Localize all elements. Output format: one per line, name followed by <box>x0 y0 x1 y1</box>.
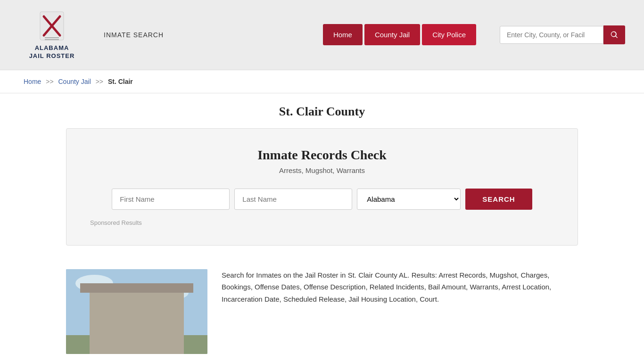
courthouse-image <box>66 269 207 354</box>
records-check-subtitle: Arrests, Mugshot, Warrants <box>85 166 559 174</box>
breadcrumb: Home >> County Jail >> St. Clair <box>24 78 620 85</box>
svg-rect-14 <box>143 304 149 340</box>
svg-rect-23 <box>160 312 169 317</box>
svg-rect-21 <box>113 312 122 317</box>
svg-rect-13 <box>130 304 136 340</box>
svg-point-6 <box>75 275 113 292</box>
site-header: ALABAMA JAIL ROSTER INMATE SEARCH Home C… <box>0 0 644 70</box>
description-text: Search for Inmates on the Jail Roster in… <box>222 269 578 354</box>
search-icon <box>610 31 619 39</box>
breadcrumb-home-link[interactable]: Home <box>24 78 41 85</box>
state-select[interactable]: Alabama <box>357 189 461 210</box>
svg-rect-12 <box>117 304 123 340</box>
sponsored-results-label: Sponsored Results <box>85 219 559 226</box>
svg-point-17 <box>132 289 141 298</box>
svg-rect-16 <box>127 321 146 340</box>
header-search-bar <box>500 25 625 44</box>
svg-rect-15 <box>157 304 162 340</box>
inmate-search-link[interactable]: INMATE SEARCH <box>104 31 164 39</box>
nav-county-jail-button[interactable]: County Jail <box>364 24 420 45</box>
main-nav: Home County Jail City Police <box>323 24 476 45</box>
breadcrumb-separator-1: >> <box>46 78 53 85</box>
svg-rect-8 <box>66 335 207 354</box>
svg-rect-11 <box>104 304 109 340</box>
breadcrumb-current: St. Clair <box>108 78 133 85</box>
nav-home-button[interactable]: Home <box>323 24 363 45</box>
nav-city-police-button[interactable]: City Police <box>422 24 476 45</box>
breadcrumb-area: Home >> County Jail >> St. Clair <box>0 70 644 93</box>
records-form: Alabama SEARCH <box>85 189 559 210</box>
svg-rect-9 <box>94 302 179 340</box>
page-title: St. Clair County <box>9 105 635 119</box>
first-name-input[interactable] <box>112 189 230 210</box>
records-check-title: Inmate Records Check <box>85 148 559 163</box>
header-search-input[interactable] <box>500 26 603 44</box>
logo-text: ALABAMA JAIL ROSTER <box>29 44 75 60</box>
logo-icon <box>35 9 68 42</box>
logo-area: ALABAMA JAIL ROSTER <box>19 9 85 60</box>
header-search-button[interactable] <box>603 25 625 44</box>
svg-marker-10 <box>90 283 184 302</box>
page-title-area: St. Clair County <box>0 93 644 128</box>
last-name-input[interactable] <box>234 189 352 210</box>
svg-point-7 <box>160 286 189 299</box>
search-records-button[interactable]: SEARCH <box>465 189 532 210</box>
breadcrumb-separator-2: >> <box>96 78 103 85</box>
main-content: Inmate Records Check Arrests, Mugshot, W… <box>0 128 644 362</box>
breadcrumb-county-jail-link[interactable]: County Jail <box>58 78 91 85</box>
bottom-section: Search for Inmates on the Jail Roster in… <box>24 260 620 359</box>
records-check-box: Inmate Records Check Arrests, Mugshot, W… <box>66 128 578 246</box>
